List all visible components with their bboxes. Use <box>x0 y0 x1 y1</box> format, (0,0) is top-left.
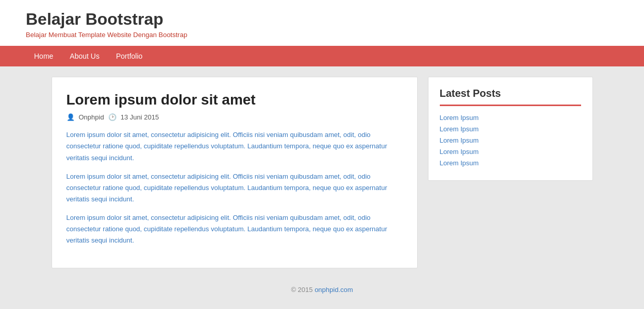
nav-item-portfolio[interactable]: Portfolio <box>108 46 151 66</box>
latest-post-link-2[interactable]: Lorem Ipsum <box>440 125 479 133</box>
sidebar: Latest Posts Lorem Ipsum Lorem Ipsum Lor… <box>428 77 593 268</box>
site-header: Belajar Bootstrap Belajar Membuat Templa… <box>0 0 644 46</box>
article-body: Lorem ipsum dolor sit amet, consectetur … <box>67 129 403 246</box>
nav-link-portfolio[interactable]: Portfolio <box>108 46 151 66</box>
latest-posts-widget: Latest Posts Lorem Ipsum Lorem Ipsum Lor… <box>428 77 593 181</box>
site-title: Belajar Bootstrap <box>26 9 618 29</box>
article-title: Lorem ipsum dolor sit amet <box>67 92 403 108</box>
latest-post-link-1[interactable]: Lorem Ipsum <box>440 114 479 122</box>
article-paragraph-3: Lorem ipsum dolor sit amet, consectetur … <box>67 212 403 246</box>
nav-item-about[interactable]: About Us <box>61 46 108 66</box>
list-item[interactable]: Lorem Ipsum <box>440 159 581 167</box>
list-item[interactable]: Lorem Ipsum <box>440 136 581 144</box>
latest-post-link-4[interactable]: Lorem Ipsum <box>440 148 479 156</box>
article-author: Onphpid <box>79 113 104 121</box>
user-icon: 👤 <box>67 113 75 121</box>
site-footer: © 2015 onphpid.com <box>0 279 644 303</box>
site-subtitle: Belajar Membuat Template Website Dengan … <box>26 31 618 39</box>
main-navbar: Home About Us Portfolio <box>0 46 644 66</box>
latest-posts-list: Lorem Ipsum Lorem Ipsum Lorem Ipsum Lore… <box>440 113 581 167</box>
latest-post-link-5[interactable]: Lorem Ipsum <box>440 159 479 167</box>
nav-link-home[interactable]: Home <box>26 46 61 66</box>
latest-post-link-3[interactable]: Lorem Ipsum <box>440 136 479 144</box>
nav-link-about[interactable]: About Us <box>61 46 108 66</box>
latest-posts-title: Latest Posts <box>440 88 581 106</box>
nav-item-home[interactable]: Home <box>26 46 61 66</box>
article-date: 13 Juni 2015 <box>121 113 159 121</box>
list-item[interactable]: Lorem Ipsum <box>440 125 581 133</box>
list-item[interactable]: Lorem Ipsum <box>440 147 581 156</box>
content-wrapper: Lorem ipsum dolor sit amet 👤 Onphpid 🕑 1… <box>26 66 619 279</box>
article-paragraph-2: Lorem ipsum dolor sit amet, consectetur … <box>67 171 403 205</box>
article-paragraph-1: Lorem ipsum dolor sit amet, consectetur … <box>67 129 403 163</box>
main-content: Lorem ipsum dolor sit amet 👤 Onphpid 🕑 1… <box>52 77 418 268</box>
article-meta: 👤 Onphpid 🕑 13 Juni 2015 <box>67 113 403 121</box>
list-item[interactable]: Lorem Ipsum <box>440 113 581 122</box>
footer-site-link[interactable]: onphpid.com <box>315 286 353 294</box>
footer-copyright: © 2015 <box>291 286 315 294</box>
clock-icon: 🕑 <box>108 113 117 121</box>
